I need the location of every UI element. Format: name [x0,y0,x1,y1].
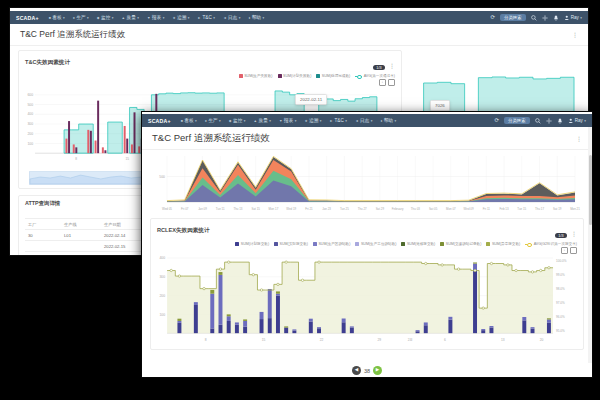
bell-icon[interactable] [557,118,563,124]
chart-page-toggle[interactable]: 1/3 [373,65,384,70]
user-menu[interactable]: Ray ▾ [564,15,582,21]
nav-menu-item[interactable]: ■看板▾ [181,118,197,123]
nav-menu-item[interactable]: ▼报表▾ [147,15,164,20]
user-name: Ray [571,15,579,20]
navbar-right: ⟳ 分类搜索 Ray ▾ [494,117,586,124]
svg-text:500: 500 [27,103,33,107]
svg-text:15: 15 [126,157,130,161]
menu-icon: ■ [49,16,51,20]
caret-down-icon: ▾ [269,119,271,123]
caret-down-icon: ▾ [371,119,373,123]
nav-menu-item[interactable]: ►T&C▾ [330,118,347,123]
panel-title: T&C失效因素统计 [25,59,70,67]
svg-text:22: 22 [320,338,324,342]
svg-text:98.0%: 98.0% [556,287,565,291]
nav-menu-item[interactable]: ◆监控▾ [229,118,246,123]
nav-menu-item[interactable]: ★追溯▾ [304,118,321,123]
legend-item[interactable]: SUM(生产区缺陷数) [313,242,350,246]
legend-item[interactable]: SUM(交接缺陷记录数) [440,242,481,246]
legend-item[interactable]: SUM(实际提交数) [274,242,308,246]
rclex-combo-chart[interactable]: 400300200100100.0%99.0%98.0%97.0%96.0%95… [151,254,583,349]
legend-item[interactable]: SUM(生产工位缺陷数) [355,242,396,246]
bell-icon[interactable] [553,15,559,21]
nav-menu-item[interactable]: ▼报表▾ [279,118,296,123]
app-logo[interactable]: SCADA+ [148,118,171,124]
nav-menu-item[interactable]: ▲质量▾ [253,118,270,123]
gear-icon[interactable] [542,15,548,21]
nav-menu-item[interactable]: ◄日志▾ [355,118,372,123]
search-icon[interactable] [531,15,537,21]
quick-search-button[interactable]: 分类搜索 [504,117,530,124]
export-icon[interactable] [388,79,395,86]
menu-icon: ★ [304,119,307,123]
legend-item[interactable]: SUM(异常提交数) [486,242,520,246]
refresh-icon[interactable]: ⟳ [494,118,499,124]
svg-text:Fri 11: Fri 11 [483,207,491,211]
front-navbar: SCADA+ ■看板▾●生产▾◆监控▾▲质量▾▼报表▾★追溯▾►T&C▾◄日志▾… [142,114,592,127]
caret-down-icon: ▾ [163,16,165,20]
caret-down-icon: ▾ [188,16,190,20]
legend-item[interactable]: AVG(第一次通过率) [355,74,395,78]
svg-text:Wed 19: Wed 19 [286,207,296,211]
nav-menus: ■看板▾●生产▾◆监控▾▲质量▾▼报表▾★追溯▾►T&C▾◄日志▾♦帮助▾ [49,15,485,20]
user-menu[interactable]: Ray ▾ [568,118,586,124]
legend-item[interactable]: SUM(计划失效数) [278,74,312,78]
gear-icon[interactable] [546,118,552,124]
nav-menu-item[interactable]: ●生产▾ [73,15,89,20]
scrollbar-thumb[interactable] [589,155,592,225]
svg-text:200: 200 [160,294,166,298]
legend-item[interactable]: SUM(返修提交数) [401,242,435,246]
svg-text:Tue 25: Tue 25 [340,207,349,211]
panel-menu-icon[interactable]: ⋮ [389,63,395,69]
export-icon[interactable] [570,247,577,254]
legend-square-marker [239,74,243,78]
nav-menu-item[interactable]: ▲质量▾ [121,15,138,20]
panel-menu-icon[interactable]: ⋮ [571,231,577,237]
page-title-row: T&C Perf 追溯系统运行绩效 ⋮ [10,24,588,46]
nav-menu-item[interactable]: ◄日志▾ [223,15,240,20]
caret-down-icon: ▾ [345,119,347,123]
caret-down-icon: ▾ [394,119,396,123]
menu-icon: ▲ [253,119,257,123]
menu-icon: ◆ [229,119,232,123]
legend-item[interactable]: SUM(计划提交数) [235,242,269,246]
trend-area-chart[interactable]: 500Wed 05Fri 07Jan 09Tue 11Thu 13Sat 15M… [148,152,584,216]
nav-menu-item[interactable]: ●生产▾ [205,118,221,123]
legend-line-marker [355,76,362,77]
refresh-icon[interactable]: ⟳ [490,15,495,21]
legend-square-marker [355,242,359,246]
nav-menu-item[interactable]: ♦帮助▾ [380,118,396,123]
more-options-icon[interactable]: ⋮ [576,136,582,142]
back-navbar: SCADA+ ■看板▾●生产▾◆监控▾▲质量▾▼报表▾★追溯▾►T&C▾◄日志▾… [10,11,588,24]
download-icon[interactable]: ↓ [379,79,386,86]
caret-down-icon: ▾ [295,119,297,123]
table-header: 工厂 [25,219,61,230]
legend-item[interactable]: SUM(处理完成数) [316,74,350,78]
table-header: 生产线 [61,219,101,230]
next-page-button[interactable]: ▶ [373,366,382,375]
nav-menu-item[interactable]: ►T&C▾ [198,15,215,20]
svg-text:Thu 03: Thu 03 [411,207,420,211]
download-icon[interactable]: ↓ [561,247,568,254]
prev-page-button[interactable]: ◀ [352,366,361,375]
quick-search-button[interactable]: 分类搜索 [500,14,526,21]
caret-down-icon: ▾ [219,119,221,123]
legend-item[interactable]: SUM(生产失效数) [239,74,273,78]
nav-menu-item[interactable]: ♦帮助▾ [248,15,264,20]
scrollbar[interactable] [588,127,592,363]
navbar-right: ⟳ 分类搜索 Ray ▾ [490,14,582,21]
nav-menu-item[interactable]: ◆监控▾ [97,15,114,20]
more-options-icon[interactable]: ⋮ [572,32,578,38]
chart-page-toggle[interactable]: 1/3 [555,233,566,238]
svg-text:300: 300 [160,275,166,279]
svg-text:96.0%: 96.0% [556,315,565,319]
svg-text:Jan 09: Jan 09 [198,207,207,211]
svg-text:8: 8 [75,157,77,161]
nav-menu-item[interactable]: ★追溯▾ [172,15,189,20]
legend-item[interactable]: AVG(G2标识第一次提交率) [525,242,577,246]
nav-menu-item[interactable]: ■看板▾ [49,15,65,20]
svg-text:13: 13 [501,338,505,342]
app-logo[interactable]: SCADA+ [16,15,39,21]
search-icon[interactable] [535,118,541,124]
page-title: T&C Perf 追溯系统运行绩效 [152,132,270,145]
